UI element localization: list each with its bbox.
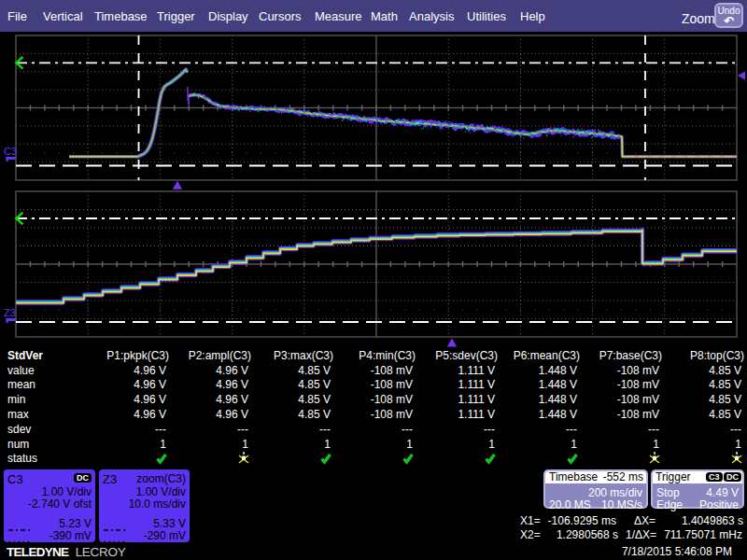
svg-text:Z3: Z3 xyxy=(4,307,16,318)
svg-text:C3: C3 xyxy=(4,146,17,157)
